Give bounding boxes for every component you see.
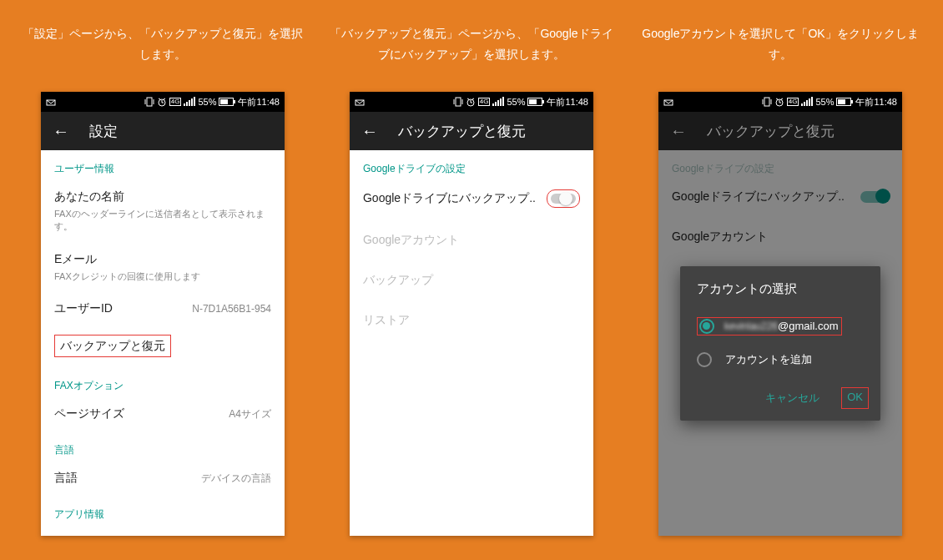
- value: デバイスの言語: [201, 472, 271, 486]
- vibrate-icon: [453, 97, 463, 107]
- battery-pct: 55%: [198, 97, 216, 107]
- dialog-actions: キャンセル OK: [680, 376, 880, 414]
- network-4g-icon: 4G: [169, 98, 182, 106]
- account-email-suffix: @gmail.com: [778, 320, 838, 332]
- status-bar: 4G 55% 午前11:48: [658, 92, 902, 112]
- back-icon[interactable]: ←: [670, 123, 687, 139]
- battery-icon: [527, 98, 542, 106]
- label: ページサイズ: [54, 406, 124, 421]
- svg-rect-19: [764, 98, 769, 106]
- item-app-version[interactable]: アプリのバージョン: [41, 527, 285, 536]
- battery-icon: [219, 98, 234, 106]
- modal-scrim[interactable]: アカウントの選択 kevinlau226@gmail.com アカウントを追加: [658, 150, 902, 536]
- value: N-7D1A56B1-954: [192, 303, 271, 315]
- label: リストア: [363, 313, 580, 328]
- item-email[interactable]: Eメール FAXクレジットの回復に使用します: [41, 244, 285, 293]
- status-bar: 4G 55% 午前11:48: [350, 92, 593, 112]
- ok-button[interactable]: OK: [841, 387, 869, 409]
- phone-1: 4G 55% 午前11:48 ← 設定 ユーザー情報 あなたの名前 FAXのヘッ…: [41, 92, 285, 536]
- backup-list[interactable]: Googleドライブの設定 Googleドライブにバックアップ.. Google…: [350, 150, 593, 536]
- svg-line-16: [467, 98, 469, 99]
- value: A4サイズ: [229, 407, 271, 421]
- battery-icon: [836, 98, 851, 106]
- label: ユーザーID: [54, 301, 113, 316]
- signal-icon: [184, 98, 195, 106]
- radio-off-icon: [697, 352, 712, 367]
- alarm-icon: [157, 97, 167, 107]
- section-fax-options: FAXオプション: [41, 367, 285, 398]
- item-backup-restore[interactable]: バックアップと復元: [41, 326, 285, 367]
- settings-list[interactable]: ユーザー情報 あなたの名前 FAXのヘッダーラインに送信者名として表示されます。…: [41, 150, 285, 536]
- account-select-dialog: アカウントの選択 kevinlau226@gmail.com アカウントを追加: [680, 266, 880, 421]
- item-page-size[interactable]: ページサイズ A4サイズ: [41, 398, 285, 431]
- notification-icon: [355, 98, 365, 106]
- page-title: バックアップと復元: [398, 122, 526, 141]
- label: Googleドライブにバックアップ..: [363, 191, 536, 206]
- section-language: 言語: [41, 431, 285, 462]
- svg-line-26: [781, 98, 783, 99]
- item-google-account: Googleアカウント: [350, 225, 593, 258]
- status-time: 午前11:48: [238, 96, 280, 108]
- backup-list-dimmed: Googleドライブの設定 Googleドライブにバックアップ.. Google…: [658, 150, 902, 536]
- sublabel: FAXクレジットの回復に使用します: [54, 270, 271, 283]
- label: あなたの名前: [54, 189, 271, 204]
- label: バックアップと復元: [60, 339, 165, 352]
- page-title: 設定: [89, 122, 118, 141]
- phone-2: 4G 55% 午前11:48 ← バックアップと復元 Googleドライブの設定…: [350, 92, 593, 536]
- notification-icon: [46, 98, 56, 106]
- label: バックアップ: [363, 273, 580, 288]
- back-icon[interactable]: ←: [361, 123, 378, 139]
- dialog-title: アカウントの選択: [680, 281, 880, 309]
- section-app-info: アプリ情報: [41, 496, 285, 527]
- back-icon[interactable]: ←: [53, 123, 69, 139]
- svg-line-25: [776, 98, 778, 99]
- signal-icon: [492, 98, 504, 106]
- account-option-selected[interactable]: kevinlau226@gmail.com: [680, 309, 880, 344]
- notification-icon: [663, 98, 673, 106]
- item-gdrive-backup-toggle[interactable]: Googleドライブにバックアップ..: [350, 181, 593, 218]
- network-4g-icon: 4G: [478, 98, 491, 106]
- label: 言語: [54, 471, 78, 486]
- phone-3: 4G 55% 午前11:48 ← バックアップと復元 Googleドライブの設定…: [658, 92, 902, 536]
- network-4g-icon: 4G: [787, 98, 799, 106]
- item-user-id[interactable]: ユーザーID N-7D1A56B1-954: [41, 293, 285, 326]
- caption-1: 「設定」ページから、「バックアップと復元」を選択します。: [10, 17, 315, 77]
- status-bar: 4G 55% 午前11:48: [41, 92, 285, 112]
- battery-pct: 55%: [815, 97, 834, 107]
- svg-rect-10: [456, 98, 461, 106]
- svg-line-7: [159, 98, 160, 99]
- toggle-gdrive-backup[interactable]: [547, 189, 580, 208]
- svg-line-17: [472, 98, 474, 99]
- account-email-blurred: kevinlau226: [724, 320, 778, 332]
- vibrate-icon: [144, 97, 154, 107]
- item-language[interactable]: 言語 デバイスの言語: [41, 462, 285, 496]
- alarm-icon: [774, 97, 784, 107]
- caption-2: 「バックアップと復元」ページから、「Googleドライブにバックアップ」を選択し…: [319, 17, 624, 77]
- label: Googleアカウント: [363, 233, 580, 248]
- radio-on-icon: [699, 319, 714, 334]
- add-account-label: アカウントを追加: [725, 352, 812, 367]
- svg-line-8: [164, 98, 165, 99]
- caption-3: Googleアカウントを選択して「OK」をクリックします。: [628, 17, 933, 77]
- alarm-icon: [466, 97, 476, 107]
- vibrate-icon: [762, 97, 772, 107]
- app-bar: ← 設定: [41, 112, 285, 150]
- signal-icon: [801, 98, 813, 106]
- status-time: 午前11:48: [547, 96, 588, 108]
- highlight-account: kevinlau226@gmail.com: [697, 317, 843, 335]
- svg-rect-1: [147, 98, 152, 106]
- highlight-backup-restore: バックアップと復元: [54, 335, 171, 357]
- label: アプリのバージョン: [54, 535, 159, 536]
- cancel-button[interactable]: キャンセル: [759, 387, 826, 409]
- section-google-drive: Googleドライブの設定: [350, 150, 593, 181]
- status-time: 午前11:48: [855, 96, 897, 108]
- battery-pct: 55%: [507, 97, 525, 107]
- account-option-add[interactable]: アカウントを追加: [680, 344, 880, 376]
- label: Eメール: [54, 252, 271, 267]
- item-restore: リストア: [350, 305, 593, 338]
- sublabel: FAXのヘッダーラインに送信者名として表示されます。: [54, 208, 271, 234]
- page-title: バックアップと復元: [707, 122, 835, 141]
- item-backup: バックアップ: [350, 265, 593, 298]
- item-your-name[interactable]: あなたの名前 FAXのヘッダーラインに送信者名として表示されます。: [41, 181, 285, 244]
- app-bar: ← バックアップと復元: [350, 112, 593, 150]
